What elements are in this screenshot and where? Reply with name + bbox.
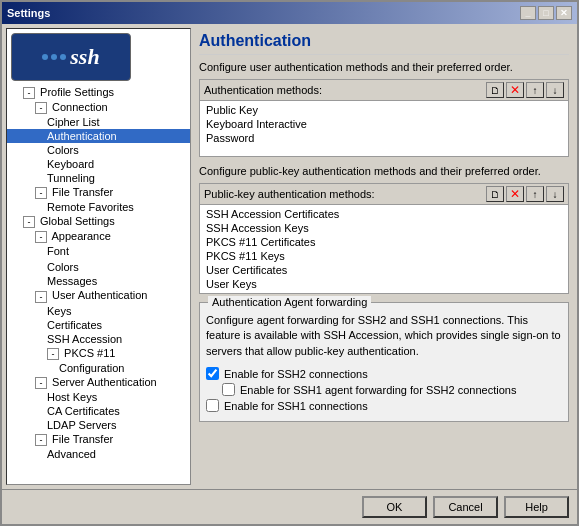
tree-label: Keys bbox=[47, 305, 71, 317]
close-button[interactable]: ✕ bbox=[556, 6, 572, 20]
tree-item-global-settings[interactable]: - Global Settings bbox=[7, 214, 190, 229]
tree-label: File Transfer bbox=[52, 186, 113, 198]
tree-item-ssh-accession[interactable]: SSH Accession bbox=[7, 332, 190, 346]
tree-label: Certificates bbox=[47, 319, 102, 331]
tree-item-server-authentication[interactable]: - Server Authentication bbox=[7, 375, 190, 390]
tree-item-user-authentication[interactable]: - User Authentication bbox=[7, 288, 190, 303]
tree-label: File Transfer bbox=[52, 433, 113, 445]
ssh-logo: ssh bbox=[11, 33, 131, 81]
tree-item-colors-profile[interactable]: Colors bbox=[7, 143, 190, 157]
tree-label: Remote Favorites bbox=[47, 201, 134, 213]
tree-item-profile-settings[interactable]: - Profile Settings bbox=[7, 85, 190, 100]
list-item[interactable]: User Certificates bbox=[204, 263, 564, 277]
content-area: ssh - Profile Settings - Connection Ciph… bbox=[2, 24, 577, 489]
tree-label: Advanced bbox=[47, 448, 96, 460]
ok-button[interactable]: OK bbox=[362, 496, 427, 518]
expand-icon: - bbox=[35, 291, 47, 303]
delete-auth-button[interactable]: ✕ bbox=[506, 82, 524, 98]
add-pubkey-button[interactable]: 🗋 bbox=[486, 186, 504, 202]
tree-label: Profile Settings bbox=[40, 86, 114, 98]
tree-label: Connection bbox=[52, 101, 108, 113]
add-auth-button[interactable]: 🗋 bbox=[486, 82, 504, 98]
move-up-pubkey-button[interactable]: ↑ bbox=[526, 186, 544, 202]
tree-label: Global Settings bbox=[40, 215, 115, 227]
tree-label: Server Authentication bbox=[52, 376, 157, 388]
auth-methods-list[interactable]: Public Key Keyboard Interactive Password bbox=[200, 101, 568, 156]
auth-methods-label: Authentication methods: bbox=[204, 84, 322, 96]
tree-item-connection[interactable]: - Connection bbox=[7, 100, 190, 115]
expand-icon: - bbox=[35, 434, 47, 446]
enable-ssh1-agent-checkbox[interactable] bbox=[222, 383, 235, 396]
tree-item-cipher-list[interactable]: Cipher List bbox=[7, 115, 190, 129]
checkbox-row-ssh2: Enable for SSH2 connections bbox=[206, 367, 562, 380]
tree-item-certificates[interactable]: Certificates bbox=[7, 318, 190, 332]
maximize-button[interactable]: □ bbox=[538, 6, 554, 20]
tree-item-ldap-servers[interactable]: LDAP Servers bbox=[7, 418, 190, 432]
expand-icon: - bbox=[23, 216, 35, 228]
pubkey-methods-group: Public-key authentication methods: 🗋 ✕ ↑… bbox=[199, 183, 569, 294]
move-down-auth-button[interactable]: ↓ bbox=[546, 82, 564, 98]
tree-label: SSH Accession bbox=[47, 333, 122, 345]
right-panel: Authentication Configure user authentica… bbox=[191, 24, 577, 489]
expand-icon: - bbox=[23, 87, 35, 99]
agent-forwarding-section: Authentication Agent forwarding Configur… bbox=[199, 302, 569, 422]
agent-description: Configure agent forwarding for SSH2 and … bbox=[206, 313, 562, 359]
tree-item-font[interactable]: Font bbox=[7, 244, 190, 258]
tree-item-file-transfer-global[interactable]: - File Transfer bbox=[7, 432, 190, 447]
tree-item-advanced[interactable]: Advanced bbox=[7, 447, 190, 461]
tree-label: Messages bbox=[47, 275, 97, 287]
tree-label: Host Keys bbox=[47, 391, 97, 403]
list-item[interactable]: User Keys bbox=[204, 277, 564, 291]
expand-icon: - bbox=[35, 231, 47, 243]
dot3 bbox=[60, 54, 66, 60]
tree-item-configuration[interactable]: Configuration bbox=[7, 361, 190, 375]
section-title: Authentication bbox=[199, 32, 569, 55]
tree-item-appearance[interactable]: - Appearance bbox=[7, 229, 190, 244]
window-title: Settings bbox=[7, 7, 50, 19]
tree-item-remote-favorites[interactable]: Remote Favorites bbox=[7, 200, 190, 214]
ssh-text: ssh bbox=[70, 44, 99, 70]
help-button[interactable]: Help bbox=[504, 496, 569, 518]
tree-item-host-keys[interactable]: Host Keys bbox=[7, 390, 190, 404]
cancel-button[interactable]: Cancel bbox=[433, 496, 498, 518]
pubkey-auth-description: Configure public-key authentication meth… bbox=[199, 165, 569, 177]
delete-pubkey-button[interactable]: ✕ bbox=[506, 186, 524, 202]
tree-label: Colors bbox=[47, 144, 79, 156]
move-up-auth-button[interactable]: ↑ bbox=[526, 82, 544, 98]
tree-item-ca-certificates[interactable]: CA Certificates bbox=[7, 404, 190, 418]
list-item[interactable]: SSH Accession Certificates bbox=[204, 207, 564, 221]
pubkey-methods-list[interactable]: SSH Accession Certificates SSH Accession… bbox=[200, 205, 568, 293]
tree-label: Appearance bbox=[51, 230, 110, 242]
expand-icon: - bbox=[35, 377, 47, 389]
pubkey-methods-header: Public-key authentication methods: 🗋 ✕ ↑… bbox=[200, 184, 568, 205]
tree-label: Tunneling bbox=[47, 172, 95, 184]
list-item[interactable]: PKCS #11 Keys bbox=[204, 249, 564, 263]
expand-icon: - bbox=[47, 348, 59, 360]
tree-label: Cipher List bbox=[47, 116, 100, 128]
minimize-button[interactable]: _ bbox=[520, 6, 536, 20]
enable-ssh2-checkbox[interactable] bbox=[206, 367, 219, 380]
list-item[interactable]: Public Key bbox=[204, 103, 564, 117]
tree-label: Font bbox=[47, 245, 69, 257]
auth-toolbar: 🗋 ✕ ↑ ↓ bbox=[486, 82, 564, 98]
bottom-bar: OK Cancel Help bbox=[2, 489, 577, 524]
list-item[interactable]: SSH Accession Keys bbox=[204, 221, 564, 235]
list-item[interactable]: PKCS #11 Certificates bbox=[204, 235, 564, 249]
ssh-dots bbox=[42, 54, 66, 60]
tree-item-keyboard[interactable]: Keyboard bbox=[7, 157, 190, 171]
tree-item-colors-global2[interactable]: Colors bbox=[7, 260, 190, 274]
tree-item-keys[interactable]: Keys bbox=[7, 304, 190, 318]
list-item[interactable]: Keyboard Interactive bbox=[204, 117, 564, 131]
tree-item-authentication[interactable]: Authentication bbox=[7, 129, 190, 143]
tree-item-tunneling[interactable]: Tunneling bbox=[7, 171, 190, 185]
list-item[interactable]: Password bbox=[204, 131, 564, 145]
tree-item-messages[interactable]: Messages bbox=[7, 274, 190, 288]
enable-ssh2-label: Enable for SSH2 connections bbox=[224, 368, 368, 380]
tree-item-pkcs11[interactable]: - PKCS #11 bbox=[7, 346, 190, 361]
checkbox-row-ssh1-agent: Enable for SSH1 agent forwarding for SSH… bbox=[206, 383, 562, 396]
user-auth-description: Configure user authentication methods an… bbox=[199, 61, 569, 73]
move-down-pubkey-button[interactable]: ↓ bbox=[546, 186, 564, 202]
enable-ssh1-checkbox[interactable] bbox=[206, 399, 219, 412]
tree-item-file-transfer-profile[interactable]: - File Transfer bbox=[7, 185, 190, 200]
tree-panel: ssh - Profile Settings - Connection Ciph… bbox=[6, 28, 191, 485]
